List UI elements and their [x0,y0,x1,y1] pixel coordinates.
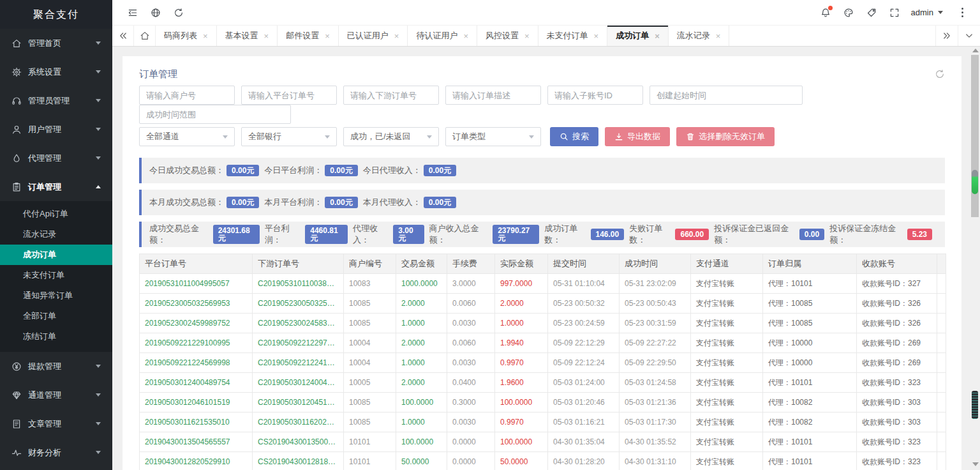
cell-8: 支付宝转账 [691,314,763,333]
tab-risk-settings[interactable]: 风控设置× [477,26,538,46]
user-management-icon [11,125,22,135]
filter-input-5[interactable] [650,86,803,105]
scrollbar-down-arrow[interactable] [972,462,979,466]
close-icon[interactable]: × [203,32,208,40]
tab-verified-users[interactable]: 已认证用户× [339,26,408,46]
filter-select-2[interactable]: 成功，已/未返回 [343,127,439,146]
more-menu-icon[interactable] [951,0,974,26]
filter-select-3[interactable]: 订单类型 [445,127,541,146]
stat-label: 成功交易总金额： [149,223,211,246]
cell-1[interactable]: CS20190430013500626... [253,432,344,452]
tab-successful-orders[interactable]: 成功订单× [607,26,669,46]
fullscreen-icon[interactable] [883,0,906,26]
cell-0[interactable]: 20190509221229100995 [140,333,253,353]
cell-0[interactable]: 20190523005032569953 [140,294,253,314]
cell-0[interactable]: 20190503011621535010 [140,413,253,432]
sidebar-item-finance-analysis[interactable]: 财务分析 [0,438,112,467]
cell-3: 1000.0000 [396,274,447,294]
sidebar-subitem-api-payout-orders[interactable]: 代付Api订单 [0,204,112,224]
sidebar-item-withdraw-management[interactable]: 提款管理 [0,352,112,381]
filter-input-1[interactable] [241,86,337,105]
sidebar-subitem-notify-error-orders[interactable]: 通知异常订单 [0,285,112,306]
tab-basic-settings[interactable]: 基本设置× [217,26,278,46]
cell-0[interactable]: 20190503012046101519 [140,393,253,413]
sidebar-item-admin-management[interactable]: 管理员管理 [0,86,112,115]
cell-1[interactable]: C20190509221229778460 [253,333,344,353]
filter-range-input-0[interactable] [139,105,291,124]
sidebar-subitem-successful-orders[interactable]: 成功订单 [0,245,112,265]
close-icon[interactable]: × [716,32,721,40]
cell-0[interactable]: 20190509221224569998 [140,353,253,373]
search-button[interactable]: 搜索 [550,127,598,146]
close-icon[interactable]: × [655,32,660,40]
close-icon[interactable]: × [524,32,530,40]
export-data-button[interactable]: 导出数据 [605,127,670,146]
sidebar-item-user-management[interactable]: 用户管理 [0,115,112,144]
cell-1[interactable]: C20190503012045121203 [253,393,344,413]
cell-1[interactable]: C20190503011620273638 [253,413,344,432]
sidebar-item-channel-management[interactable]: 通道管理 [0,381,112,409]
cell-9: 代理：10101 [763,432,857,452]
filter-input-0[interactable] [139,86,235,105]
sidebar-item-system-settings[interactable]: 系统设置 [0,57,112,86]
close-icon[interactable]: × [264,32,269,40]
notification-bell-icon[interactable] [814,0,837,26]
theme-palette-icon[interactable] [837,0,860,26]
cell-1[interactable]: C20190531011003819055 [253,274,344,294]
sidebar-subitem-all-orders[interactable]: 全部订单 [0,306,112,326]
tab-flow-records[interactable]: 流水记录× [669,26,730,46]
tag-icon[interactable] [860,0,883,26]
stats-summary: 今日成功交易总额：0.00元今日平台利润：0.00元今日代理收入：0.00元本月… [139,158,945,247]
cell-1[interactable]: C20190509221224134469 [253,353,344,373]
tab-pending-users[interactable]: 待认证用户× [408,26,477,46]
tab-mail-settings[interactable]: 邮件设置× [278,26,339,46]
close-icon[interactable]: × [325,32,330,40]
cell-0[interactable]: 20190430012820529910 [140,452,253,470]
scrollbar-secondary-thumb[interactable] [972,391,978,419]
scrollbar-up-arrow[interactable] [972,49,979,52]
cell-0[interactable]: 20190531011004995057 [140,274,253,294]
cell-6: 04-30 01:35:04 [548,432,620,452]
cell-0[interactable]: 20190523002459989752 [140,314,253,333]
table-header-row: 平台订单号下游订单号商户编号交易金额手续费实际金额提交时间成功时间支付通道订单归… [140,254,946,274]
user-menu[interactable]: admin [911,8,943,17]
cell-1[interactable]: C20190503012400427722 [253,373,344,393]
stat-label: 平台利润： [265,223,303,246]
sidebar-item-order-management[interactable]: 订单管理 [0,172,112,201]
delete-invalid-orders-button[interactable]: 选择删除无效订单 [676,127,775,146]
tab-unpaid-orders[interactable]: 未支付订单× [538,26,608,46]
sidebar-item-article-management[interactable]: 文章管理 [0,409,112,438]
filter-input-4[interactable] [547,86,643,105]
home-icon [11,38,22,49]
sidebar-item-agent-management[interactable]: 代理管理 [0,144,112,172]
close-icon[interactable]: × [463,32,468,40]
cell-1[interactable]: CS20190430012818325... [253,452,344,470]
cell-1[interactable]: C20190523002458323764 [253,314,344,333]
sidebar-item-home[interactable]: 管理首页 [0,29,112,57]
refresh-icon[interactable] [167,0,190,26]
tabs-scroll-left-button[interactable] [112,26,134,46]
globe-icon[interactable] [144,0,167,26]
close-icon[interactable]: × [394,32,399,40]
card-refresh-icon[interactable] [935,69,945,79]
scrollbar-thumb[interactable] [972,170,978,194]
sidebar-subitem-frozen-orders[interactable]: 冻结订单 [0,326,112,347]
tab-label: 已认证用户 [347,30,389,42]
tabs-scroll-right-button[interactable] [935,26,958,46]
filter-select-0[interactable]: 全部通道 [139,127,235,146]
agent-management-icon [11,153,22,163]
stat-item: 今日成功交易总额：0.00元 [149,165,262,176]
cell-1[interactable]: C20190523005032542611 [253,294,344,314]
tab-merchant-list[interactable]: 码商列表× [156,26,217,46]
cell-0[interactable]: 20190503012400489754 [140,373,253,393]
sidebar-subitem-flow-records[interactable]: 流水记录 [0,224,112,245]
close-icon[interactable]: × [594,32,599,40]
sidebar-subitem-unpaid-orders[interactable]: 未支付订单 [0,265,112,285]
filter-input-2[interactable] [343,86,439,105]
filter-input-3[interactable] [445,86,541,105]
cell-0[interactable]: 20190430013504565557 [140,432,253,452]
filter-select-1[interactable]: 全部银行 [241,127,337,146]
tab-home[interactable] [134,26,156,46]
menu-fold-icon[interactable] [121,0,144,26]
tabs-menu-button[interactable] [958,26,980,46]
